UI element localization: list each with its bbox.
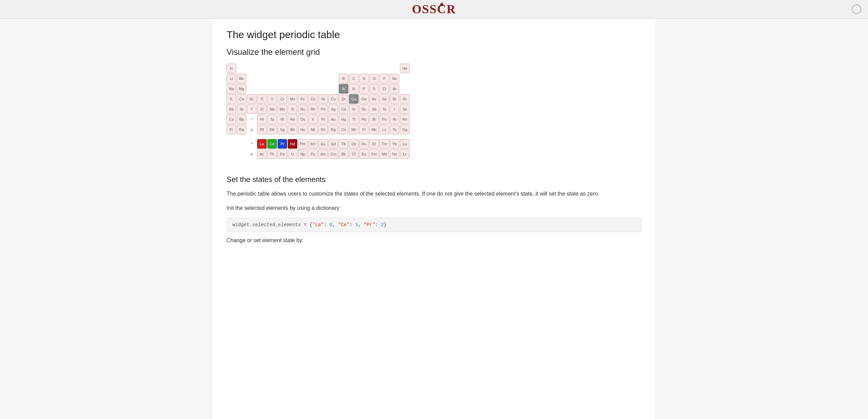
element-Ir[interactable]: Ir — [308, 115, 318, 124]
element-Sg[interactable]: Sg — [278, 125, 287, 134]
element-Au[interactable]: Au — [329, 115, 338, 124]
element-Ta[interactable]: Ta — [267, 115, 277, 124]
element-Tc[interactable]: Tc — [288, 104, 297, 114]
element-Cd[interactable]: Cd — [339, 104, 348, 114]
element-Pr[interactable]: Pr — [278, 139, 287, 149]
element-Mg[interactable]: Mg — [237, 84, 246, 94]
element-Nb[interactable]: Nb — [267, 104, 277, 114]
element-Al[interactable]: Al — [339, 84, 348, 94]
element-F[interactable]: F — [380, 74, 389, 83]
element-Sc[interactable]: Sc — [247, 94, 256, 104]
element-U[interactable]: U — [288, 149, 297, 159]
element-Fm[interactable]: Fm — [369, 149, 379, 159]
element-Pa[interactable]: Pa — [278, 149, 287, 159]
element-Zr[interactable]: Zr — [257, 104, 267, 114]
element-Na[interactable]: Na — [227, 84, 236, 94]
element-Ra[interactable]: Ra — [237, 125, 246, 134]
element-Mt[interactable]: Mt — [308, 125, 318, 134]
element-Cn[interactable]: Cn — [339, 125, 348, 134]
element-As[interactable]: As — [369, 94, 379, 104]
element-He[interactable]: He — [400, 64, 410, 73]
element-Be[interactable]: Be — [237, 74, 246, 83]
element-Ga[interactable]: Ga — [349, 94, 358, 104]
element-Eu[interactable]: Eu — [318, 139, 328, 149]
element-Gd[interactable]: Gd — [329, 139, 338, 149]
element-Re[interactable]: Re — [288, 115, 297, 124]
element-Cf[interactable]: Cf — [349, 149, 358, 159]
element-Ag[interactable]: Ag — [329, 104, 338, 114]
element-Fe[interactable]: Fe — [298, 94, 307, 104]
element-S[interactable]: S — [369, 84, 379, 94]
element-Db[interactable]: Db — [267, 125, 277, 134]
element-H[interactable]: H — [227, 64, 236, 73]
element-Fl[interactable]: Fl — [359, 125, 369, 134]
element-Os[interactable]: Os — [298, 115, 307, 124]
element-Sr[interactable]: Sr — [237, 104, 246, 114]
element-Hf[interactable]: Hf — [257, 115, 267, 124]
element-Ba[interactable]: Ba — [237, 115, 246, 124]
element-Sm[interactable]: Sm — [308, 139, 318, 149]
element-Ds[interactable]: Ds — [318, 125, 328, 134]
element-Hs[interactable]: Hs — [298, 125, 307, 134]
element-Co[interactable]: Co — [308, 94, 318, 104]
element-Rb[interactable]: Rb — [227, 104, 236, 114]
element-Li[interactable]: Li — [227, 74, 236, 83]
element-Ac[interactable]: Ac — [257, 149, 267, 159]
element-Bi[interactable]: Bi — [369, 115, 379, 124]
element-Y[interactable]: Y — [247, 104, 256, 114]
element-Br[interactable]: Br — [390, 94, 399, 104]
element-Rn[interactable]: Rn — [400, 115, 410, 124]
element-Er[interactable]: Er — [369, 139, 379, 149]
element-Cm[interactable]: Cm — [329, 149, 338, 159]
element-Yb[interactable]: Yb — [390, 139, 399, 149]
element-W[interactable]: W — [278, 115, 287, 124]
element-Se[interactable]: Se — [380, 94, 389, 104]
element-O[interactable]: O — [369, 74, 379, 83]
element-K[interactable]: K — [227, 94, 236, 104]
element-Bk[interactable]: Bk — [339, 149, 348, 159]
element-Fr[interactable]: Fr — [227, 125, 236, 134]
element-Hg[interactable]: Hg — [339, 115, 348, 124]
element-Xe[interactable]: Xe — [400, 104, 410, 114]
element-V[interactable]: V — [267, 94, 277, 104]
element-Ho[interactable]: Ho — [359, 139, 369, 149]
element-Bh[interactable]: Bh — [288, 125, 297, 134]
element-Lu[interactable]: Lu — [400, 139, 410, 149]
element-Ni[interactable]: Ni — [318, 94, 328, 104]
element-Si[interactable]: Si — [349, 84, 358, 94]
element-N[interactable]: N — [359, 74, 369, 83]
element-Lv[interactable]: Lv — [380, 125, 389, 134]
element-La[interactable]: La — [257, 139, 267, 149]
element-Cr[interactable]: Cr — [278, 94, 287, 104]
element-At[interactable]: At — [390, 115, 399, 124]
element-Mc[interactable]: Mc — [369, 125, 379, 134]
element-Te[interactable]: Te — [380, 104, 389, 114]
element-Th[interactable]: Th — [267, 149, 277, 159]
element-Rf[interactable]: Rf — [257, 125, 267, 134]
element-Rh[interactable]: Rh — [308, 104, 318, 114]
element-Tm[interactable]: Tm — [380, 139, 389, 149]
element-Ru[interactable]: Ru — [298, 104, 307, 114]
element-Mo[interactable]: Mo — [278, 104, 287, 114]
element-Tb[interactable]: Tb — [339, 139, 348, 149]
element-C[interactable]: C — [349, 74, 358, 83]
element-Pb[interactable]: Pb — [359, 115, 369, 124]
element-Pd[interactable]: Pd — [318, 104, 328, 114]
element-Ne[interactable]: Ne — [390, 74, 399, 83]
element-Dy[interactable]: Dy — [349, 139, 358, 149]
element-Cl[interactable]: Cl — [380, 84, 389, 94]
element-Ca[interactable]: Ca — [237, 94, 246, 104]
element-Ts[interactable]: Ts — [390, 125, 399, 134]
element-Ge[interactable]: Ge — [359, 94, 369, 104]
element-No[interactable]: No — [390, 149, 399, 159]
element-B[interactable]: B — [339, 74, 348, 83]
element-Lr[interactable]: Lr — [400, 149, 410, 159]
element-Zn[interactable]: Zn — [339, 94, 348, 104]
element-I[interactable]: I — [390, 104, 399, 114]
element-Pu[interactable]: Pu — [308, 149, 318, 159]
element-Cs[interactable]: Cs — [227, 115, 236, 124]
element-P[interactable]: P — [359, 84, 369, 94]
element-Kr[interactable]: Kr — [400, 94, 410, 104]
element-Nd[interactable]: Nd — [288, 139, 297, 149]
element-Sn[interactable]: Sn — [359, 104, 369, 114]
